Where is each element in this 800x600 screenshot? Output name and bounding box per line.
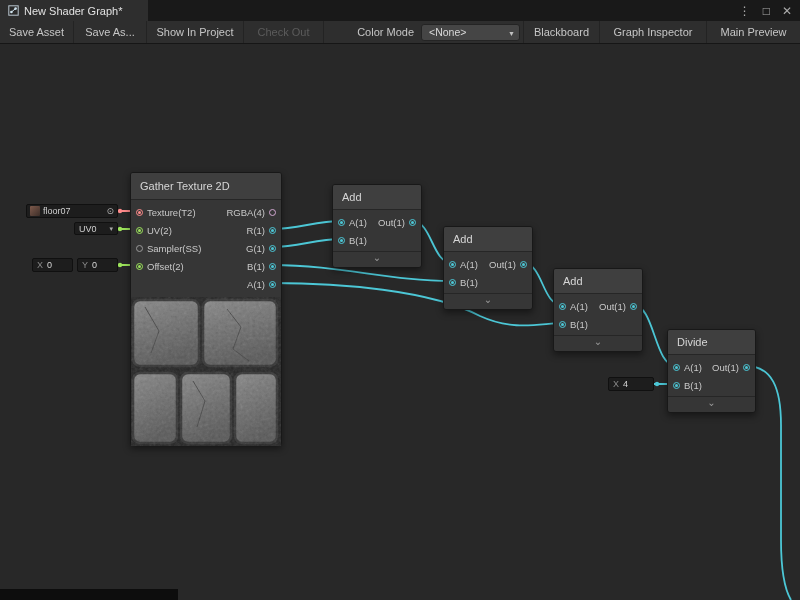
node-title: Add <box>554 269 642 294</box>
port-row-sampler: Sampler(SS) <box>136 239 201 257</box>
port-row-uv: UV(2) <box>136 221 172 239</box>
port-label-out: Out(1) <box>378 217 405 228</box>
port-label-sampler: Sampler(SS) <box>147 243 201 254</box>
texture-input-port[interactable] <box>136 209 143 216</box>
port-row-r: R(1) <box>247 221 276 239</box>
port-row-b: B(1) <box>338 231 367 249</box>
port-row-a: A(1) <box>247 275 276 293</box>
port-label-out: Out(1) <box>599 301 626 312</box>
node-title: Add <box>444 227 532 252</box>
port-label-a: A(1) <box>349 217 367 228</box>
port-label-out: Out(1) <box>712 362 739 373</box>
port-row-out: Out(1) <box>599 297 637 315</box>
port-row-b: B(1) <box>673 376 702 394</box>
b-input-port[interactable] <box>338 237 345 244</box>
port-row-out: Out(1) <box>712 358 750 376</box>
a-input-port[interactable] <box>673 364 680 371</box>
edges-layer <box>0 0 800 600</box>
node-add-1[interactable]: Add A(1) B(1) Out(1) ⌄ <box>332 184 422 268</box>
port-label-a: A(1) <box>684 362 702 373</box>
offset-x-field[interactable]: X 0 <box>32 258 73 272</box>
offset-y-value: 0 <box>92 260 97 270</box>
b-input-port[interactable] <box>673 382 680 389</box>
b-input-port[interactable] <box>559 321 566 328</box>
preview-collapse-chevron[interactable]: ⌄ <box>554 335 642 351</box>
port-label-g: G(1) <box>246 243 265 254</box>
bottom-dock-strip <box>0 589 178 600</box>
sampler-input-port[interactable] <box>136 245 143 252</box>
texture-name: floor07 <box>43 206 103 216</box>
a-input-port[interactable] <box>338 219 345 226</box>
divide-b-value: 4 <box>623 379 628 389</box>
r-output-port[interactable] <box>269 227 276 234</box>
port-row-a: A(1) <box>673 358 702 376</box>
port-row-b: B(1) <box>247 257 276 275</box>
offset-x-label: X <box>37 260 43 270</box>
offset-connector-dot <box>118 263 122 267</box>
port-row-a: A(1) <box>338 213 367 231</box>
b-input-port[interactable] <box>449 279 456 286</box>
a-input-port[interactable] <box>449 261 456 268</box>
texture-connector-dot <box>118 209 122 213</box>
port-row-a: A(1) <box>559 297 588 315</box>
rgba-output-port[interactable] <box>269 209 276 216</box>
out-port[interactable] <box>520 261 527 268</box>
unity-shader-graph-window: New Shader Graph* ⋮ □ ✕ Save Asset Save … <box>0 0 800 600</box>
offset-y-field[interactable]: Y 0 <box>77 258 118 272</box>
port-label-a: A(1) <box>570 301 588 312</box>
port-label-offset: Offset(2) <box>147 261 184 272</box>
port-label-b: B(1) <box>684 380 702 391</box>
preview-collapse-chevron[interactable]: ⌄ <box>668 396 755 412</box>
port-label-b: B(1) <box>247 261 265 272</box>
uv-channel-dropdown[interactable]: UV0 ▾ <box>74 222 118 235</box>
divide-b-value-field[interactable]: X 4 <box>608 377 654 391</box>
node-title: Gather Texture 2D <box>131 173 281 200</box>
texture-thumbnail <box>30 206 40 216</box>
out-port[interactable] <box>630 303 637 310</box>
node-texture-preview <box>131 297 281 446</box>
uv-input-port[interactable] <box>136 227 143 234</box>
port-label-texture: Texture(T2) <box>147 207 196 218</box>
out-port[interactable] <box>409 219 416 226</box>
node-gather-texture-2d[interactable]: Gather Texture 2D Texture(T2) UV(2) Samp… <box>130 172 282 446</box>
node-title: Add <box>333 185 421 210</box>
port-label-rgba: RGBA(4) <box>226 207 265 218</box>
port-label-b: B(1) <box>460 277 478 288</box>
node-title: Divide <box>668 330 755 355</box>
node-add-3[interactable]: Add A(1) B(1) Out(1) ⌄ <box>553 268 643 352</box>
uv-channel-value: UV0 <box>79 224 97 234</box>
divide-b-label: X <box>613 379 619 389</box>
preview-collapse-chevron[interactable]: ⌄ <box>444 293 532 309</box>
port-row-out: Out(1) <box>378 213 416 231</box>
b-output-port[interactable] <box>269 263 276 270</box>
node-add-2[interactable]: Add A(1) B(1) Out(1) ⌄ <box>443 226 533 310</box>
texture-object-field[interactable]: floor07 ⊙ <box>26 204 118 218</box>
out-port[interactable] <box>743 364 750 371</box>
offset-y-label: Y <box>82 260 88 270</box>
port-row-texture: Texture(T2) <box>136 203 196 221</box>
object-picker-icon[interactable]: ⊙ <box>106 206 114 216</box>
g-output-port[interactable] <box>269 245 276 252</box>
port-label-a: A(1) <box>247 279 265 290</box>
node-divide[interactable]: Divide A(1) B(1) Out(1) ⌄ <box>667 329 756 413</box>
port-label-out: Out(1) <box>489 259 516 270</box>
port-row-offset: Offset(2) <box>136 257 184 275</box>
offset-input-port[interactable] <box>136 263 143 270</box>
port-row-rgba: RGBA(4) <box>226 203 276 221</box>
preview-collapse-chevron[interactable]: ⌄ <box>333 251 421 267</box>
a-input-port[interactable] <box>559 303 566 310</box>
x4-connector-dot <box>655 382 659 386</box>
port-label-uv: UV(2) <box>147 225 172 236</box>
port-row-out: Out(1) <box>489 255 527 273</box>
port-label-b: B(1) <box>570 319 588 330</box>
a-output-port[interactable] <box>269 281 276 288</box>
port-label-b: B(1) <box>349 235 367 246</box>
port-row-b: B(1) <box>559 315 588 333</box>
port-label-r: R(1) <box>247 225 265 236</box>
uv-dropdown-arrow-icon: ▾ <box>109 225 113 233</box>
port-row-b: B(1) <box>449 273 478 291</box>
port-row-a: A(1) <box>449 255 478 273</box>
port-label-a: A(1) <box>460 259 478 270</box>
uv-connector-dot <box>118 227 122 231</box>
offset-x-value: 0 <box>47 260 52 270</box>
